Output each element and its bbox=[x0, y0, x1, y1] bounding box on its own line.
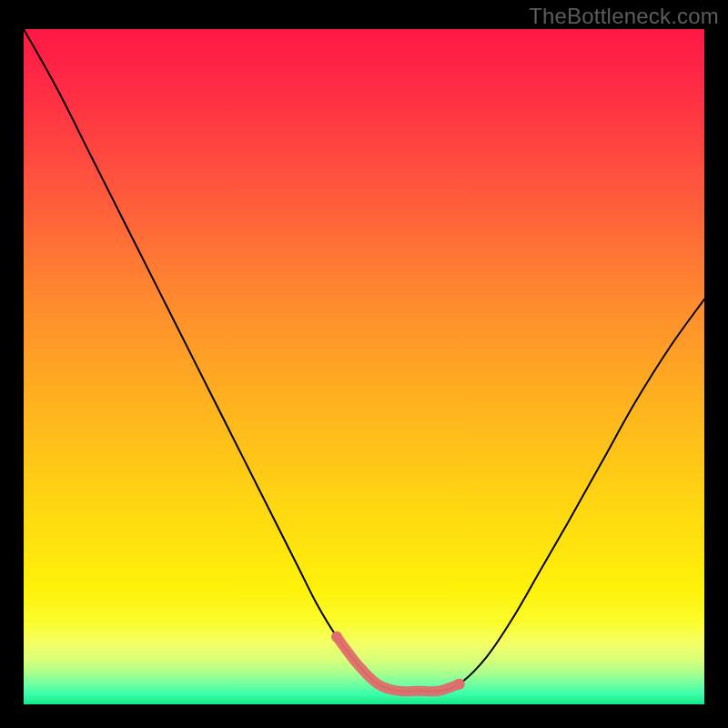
curve-svg bbox=[24, 29, 704, 704]
highlight-segment bbox=[337, 637, 460, 692]
highlight-end-dot bbox=[454, 679, 465, 690]
chart-frame: TheBottleneck.com bbox=[0, 0, 728, 728]
bottleneck-curve bbox=[24, 29, 704, 692]
watermark-text: TheBottleneck.com bbox=[529, 4, 719, 29]
plot-area bbox=[24, 29, 704, 704]
highlight-start-dot bbox=[331, 632, 342, 642]
